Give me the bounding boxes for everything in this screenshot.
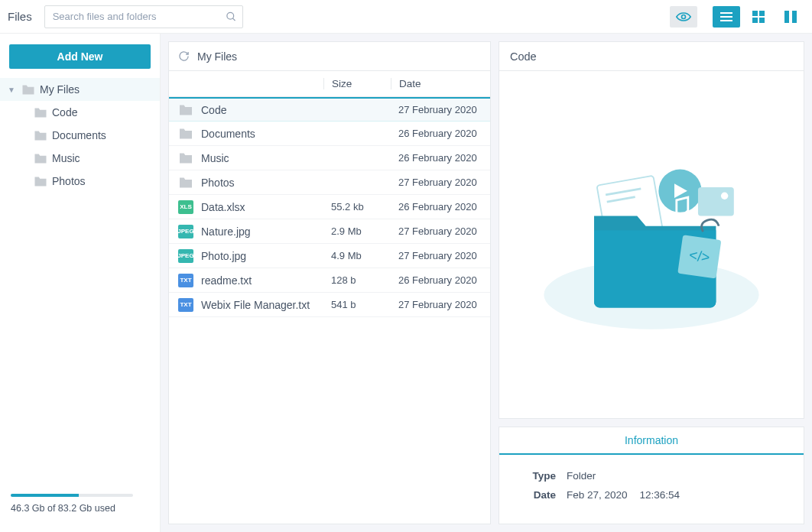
svg-rect-3 [720,12,732,14]
list-view-button[interactable] [713,6,740,28]
storage-meter: 46.3 Gb of 83.2 Gb used [0,488,160,524]
tree-item[interactable]: Documents [0,124,160,147]
svg-point-19 [721,193,728,200]
jpeg-file-icon: JPEG [178,225,193,238]
folder-icon [21,84,35,96]
preview-toggle-button[interactable] [670,6,697,28]
svg-point-0 [227,12,234,19]
view-buttons [670,6,804,28]
grid-view-button[interactable] [745,6,772,28]
chevron-down-icon[interactable]: ▼ [8,86,17,94]
svg-rect-11 [792,11,797,23]
add-new-button[interactable]: Add New [9,44,151,69]
refresh-icon[interactable] [178,50,190,62]
folder-icon [34,176,47,187]
svg-rect-5 [720,20,732,21]
info-type-value: Folder [567,470,596,482]
table-body: Code27 February 2020Documents26 February… [169,97,490,524]
table-header: Size Date [169,71,490,97]
svg-text:</>: </> [688,247,711,266]
info-time-value: 12:36:54 [640,489,680,501]
folder-icon [34,130,47,141]
svg-rect-18 [698,187,734,216]
folder-tree: ▼ My Files CodeDocumentsMusicPhotos [0,78,160,488]
file-date: 26 February 2020 [391,128,490,139]
app-title: Files [8,10,37,23]
file-name: Code [201,104,226,116]
file-size: 128 b [323,274,391,286]
file-name: Photos [201,177,235,189]
svg-rect-9 [759,18,765,23]
folder-icon [34,153,47,164]
sidebar: Add New ▼ My Files CodeDocumentsMusicPho… [0,34,161,532]
tree-item[interactable]: Code [0,101,160,124]
tree-item-label: Code [52,106,77,118]
file-size: 4.9 Mb [323,250,391,261]
tree-item-label: Documents [52,129,106,141]
col-size[interactable]: Size [323,78,391,89]
txt-file-icon: TXT [178,298,193,312]
table-row[interactable]: Music26 February 2020 [169,146,490,170]
folder-illustration-icon: </> [537,149,766,340]
table-row[interactable]: TXTreadme.txt128 b26 February 2020 [169,268,490,293]
svg-rect-7 [759,11,765,16]
file-name: Documents [201,128,255,140]
txt-file-icon: TXT [178,274,193,287]
detail-panel: Code [499,41,804,419]
file-date: 27 February 2020 [391,104,490,115]
table-row[interactable]: JPEGPhoto.jpg4.9 Mb27 February 2020 [169,244,490,268]
svg-point-21 [685,210,691,216]
file-name: Data.xlsx [201,201,245,213]
breadcrumb[interactable]: My Files [197,50,237,63]
file-name: Webix File Manager.txt [201,299,310,311]
tree-root[interactable]: ▼ My Files [0,78,160,101]
info-panel: Information Type Folder Date Feb 27, 202… [499,427,804,524]
table-row[interactable]: JPEGNature.jpg2.9 Mb27 February 2020 [169,219,490,244]
storage-fill [11,494,79,497]
folder-icon [178,177,193,189]
folder-icon [178,152,193,164]
file-size: 2.9 Mb [323,225,391,237]
search-input[interactable] [44,5,243,28]
split-view-button[interactable] [777,6,804,28]
tree-root-label: My Files [40,83,80,96]
file-name: Photo.jpg [201,250,246,262]
file-name: Music [201,152,229,164]
svg-point-20 [674,213,680,219]
file-size: 55.2 kb [323,201,391,212]
file-date: 27 February 2020 [391,225,490,237]
col-date[interactable]: Date [391,78,490,89]
detail-illustration: </> [499,71,804,418]
info-tab[interactable]: Information [499,427,804,455]
topbar: Files [0,0,812,34]
svg-rect-8 [752,18,758,23]
search-wrap [44,5,243,28]
storage-text: 46.3 Gb of 83.2 Gb used [11,503,149,514]
svg-line-1 [232,18,235,20]
info-type-label: Type [518,470,556,482]
info-date-label: Date [518,489,556,501]
table-row[interactable]: XLSData.xlsx55.2 kb26 February 2020 [169,195,490,219]
file-size: 541 b [323,299,391,310]
filelist-header: My Files [169,42,490,71]
tree-item-label: Music [52,152,80,164]
file-name: readme.txt [201,274,252,287]
file-name: Nature.jpg [201,225,251,238]
svg-rect-6 [752,11,758,16]
tree-item[interactable]: Music [0,147,160,170]
table-row[interactable]: Photos27 February 2020 [169,170,490,195]
tree-item[interactable]: Photos [0,170,160,193]
svg-point-2 [682,15,686,18]
search-icon[interactable] [226,11,237,22]
filelist-panel: My Files Size Date Code27 February 2020D… [168,41,491,524]
file-date: 27 February 2020 [391,299,490,310]
table-row[interactable]: Documents26 February 2020 [169,122,490,146]
xls-file-icon: XLS [178,200,193,214]
svg-rect-10 [784,11,789,23]
folder-icon [178,104,193,116]
svg-rect-4 [720,16,732,18]
table-row[interactable]: Code27 February 2020 [169,97,490,122]
table-row[interactable]: TXTWebix File Manager.txt541 b27 Februar… [169,293,490,317]
jpeg-file-icon: JPEG [178,249,193,263]
folder-icon [34,107,47,118]
